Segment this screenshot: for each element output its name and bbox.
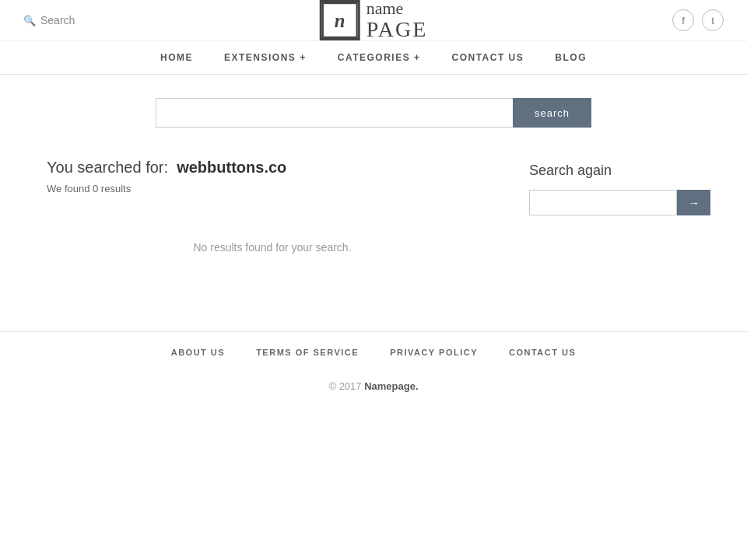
footer-item-privacy[interactable]: PRIVACY POLICY	[390, 348, 478, 357]
search-button[interactable]: search	[513, 98, 591, 128]
header-search-label: Search	[40, 14, 75, 26]
nav-item-contact[interactable]: CONTACT US	[452, 52, 524, 63]
footer-item-contact[interactable]: CONTACT US	[509, 348, 576, 357]
nav-item-extensions[interactable]: EXTENSIONS +	[224, 52, 307, 63]
site-header: 🔍 Search n name PAGE f t	[0, 0, 747, 41]
twitter-icon[interactable]: t	[702, 9, 724, 31]
search-section: search	[0, 75, 747, 143]
footer-nav: ABOUT US TERMS OF SERVICE PRIVACY POLICY…	[0, 332, 747, 373]
logo-name-line: name	[366, 0, 428, 18]
site-logo: n name PAGE	[320, 0, 428, 42]
main-nav: HOME EXTENSIONS + CATEGORIES + CONTACT U…	[0, 41, 747, 75]
logo-text: name PAGE	[366, 0, 428, 42]
result-section: You searched for: webbuttons.co We found…	[47, 159, 498, 277]
footer-item-about[interactable]: ABOUT US	[171, 348, 225, 357]
site-footer: ABOUT US TERMS OF SERVICE PRIVACY POLICY…	[0, 331, 747, 408]
facebook-label: f	[682, 15, 685, 26]
nav-item-home[interactable]: HOME	[160, 52, 193, 63]
search-input[interactable]	[156, 98, 513, 128]
footer-item-terms[interactable]: TERMS OF SERVICE	[256, 348, 359, 357]
main-content: You searched for: webbuttons.co We found…	[0, 143, 747, 308]
social-icons: f t	[672, 9, 724, 31]
search-again-section: Search again →	[529, 159, 700, 277]
logo-svg: n	[322, 0, 358, 40]
search-query-title: You searched for: webbuttons.co	[47, 159, 498, 177]
logo-icon: n	[320, 0, 360, 40]
results-count: We found 0 results	[47, 183, 498, 194]
facebook-icon[interactable]: f	[672, 9, 694, 31]
copyright-text: © 2017	[328, 380, 364, 392]
twitter-label: t	[711, 15, 714, 26]
query-term: webbuttons.co	[177, 159, 286, 176]
search-again-bar: →	[529, 190, 700, 215]
logo-page-line: PAGE	[366, 18, 428, 42]
query-prefix: You searched for:	[47, 159, 168, 176]
copyright-brand[interactable]: Namepage.	[364, 380, 418, 392]
search-again-input[interactable]	[529, 190, 677, 215]
footer-copyright: © 2017 Namepage.	[0, 373, 747, 408]
search-icon: 🔍	[23, 15, 36, 26]
search-again-button[interactable]: →	[677, 190, 710, 215]
search-bar-container: search	[156, 98, 591, 128]
nav-item-blog[interactable]: BLOG	[555, 52, 587, 63]
no-results-message: No results found for your search.	[47, 218, 498, 277]
svg-text:n: n	[335, 10, 345, 31]
search-again-title: Search again	[529, 163, 700, 179]
header-search[interactable]: 🔍 Search	[23, 14, 75, 26]
nav-item-categories[interactable]: CATEGORIES +	[338, 52, 421, 63]
